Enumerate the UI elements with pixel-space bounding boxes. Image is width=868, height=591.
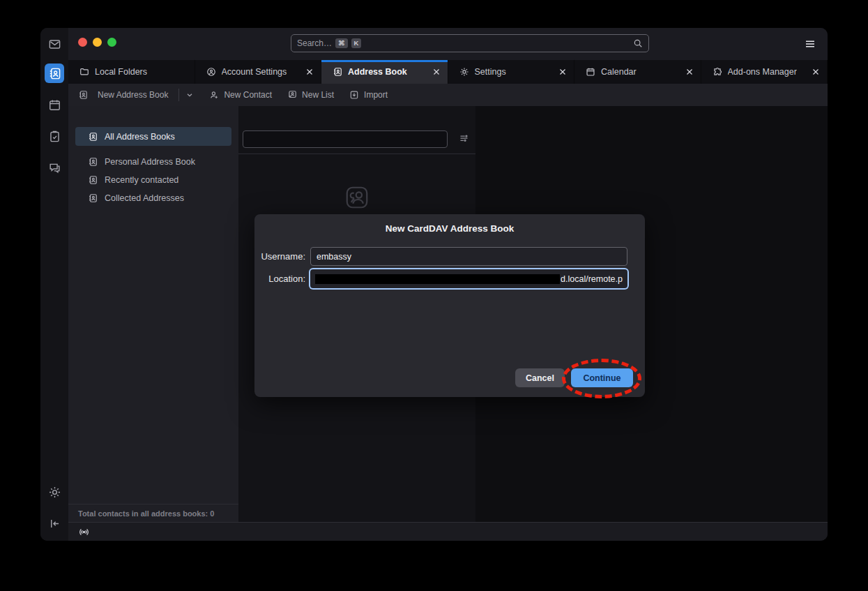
contacts-filter-input[interactable]	[243, 130, 448, 148]
new-list-label: New List	[302, 90, 334, 100]
address-book-icon	[333, 67, 342, 77]
divider	[238, 154, 475, 154]
redaction-bar	[315, 274, 560, 284]
hamburger-menu-icon	[804, 38, 816, 50]
tab-settings[interactable]: Settings	[448, 60, 575, 84]
space-address-book[interactable]	[45, 63, 64, 83]
status-bar	[68, 522, 828, 541]
tab-label: Local Folders	[95, 67, 147, 77]
tab-label: Account Settings	[222, 67, 287, 77]
list-item-label: All Address Books	[105, 132, 175, 142]
import-label: Import	[364, 90, 388, 100]
titlebar: Search… ⌘ K	[68, 28, 828, 60]
total-contacts-status: Total contacts in all address books: 0	[68, 504, 238, 522]
display-options-icon[interactable]	[459, 133, 469, 143]
list-item-all-address-books[interactable]: All Address Books	[75, 127, 231, 146]
account-settings-icon	[206, 67, 216, 77]
list-item-label: Personal Address Book	[105, 157, 195, 167]
new-carddav-dialog: New CardDAV Address Book Username: Locat…	[254, 214, 645, 397]
zoom-window-button[interactable]	[107, 38, 116, 47]
username-label: Username:	[254, 251, 310, 262]
address-book-list: All Address Books Personal Address Book …	[68, 106, 238, 207]
collapse-spaces-button[interactable]	[45, 514, 64, 533]
tasks-icon	[48, 130, 61, 143]
new-contact-icon	[209, 90, 219, 100]
traffic-lights	[78, 38, 116, 47]
search-icon	[633, 38, 643, 48]
cancel-button[interactable]: Cancel	[515, 368, 565, 387]
tab-label: Add-ons Manager	[728, 67, 797, 77]
tab-calendar[interactable]: Calendar	[574, 60, 701, 84]
space-chat[interactable]	[45, 158, 64, 177]
continue-button[interactable]: Continue	[571, 368, 633, 387]
new-contact-button[interactable]: New Contact	[209, 90, 272, 100]
address-book-toolbar: New Address Book New Contact New List	[68, 84, 828, 106]
contacts-empty-icon	[344, 184, 370, 211]
folder-icon	[79, 67, 89, 77]
new-address-book-button[interactable]: New Address Book	[78, 89, 194, 101]
chat-icon	[48, 161, 61, 174]
list-item-label: Collected Addresses	[105, 193, 184, 203]
app-menu-button[interactable]	[804, 38, 816, 50]
location-visible-text: d.local/remote.p	[561, 274, 623, 284]
space-tasks[interactable]	[45, 126, 64, 146]
global-search-field[interactable]: Search… ⌘ K	[291, 34, 649, 52]
tab-account-settings[interactable]: Account Settings	[195, 60, 322, 84]
location-label: Location:	[254, 274, 310, 284]
space-mail[interactable]	[45, 34, 64, 54]
search-placeholder: Search…	[297, 38, 332, 48]
tab-label: Address Book	[348, 67, 407, 77]
address-book-icon	[88, 193, 98, 203]
command-key-badge: ⌘	[335, 38, 348, 48]
k-key-badge: K	[351, 38, 362, 48]
tab-address-book[interactable]: Address Book	[321, 60, 448, 84]
minimize-window-button[interactable]	[93, 38, 102, 47]
calendar-icon	[48, 98, 61, 112]
collapse-icon	[48, 517, 61, 530]
list-item-personal-address-book[interactable]: Personal Address Book	[75, 153, 231, 171]
close-icon[interactable]	[305, 68, 314, 76]
tab-label: Settings	[475, 67, 506, 77]
space-settings[interactable]	[45, 482, 64, 502]
app-window: Search… ⌘ K Local Folders	[40, 28, 828, 541]
space-calendar[interactable]	[45, 95, 64, 114]
tab-bar: Local Folders Account Settings Address B…	[68, 60, 828, 84]
broadcast-icon[interactable]	[78, 526, 90, 538]
address-book-icon	[48, 67, 61, 80]
close-icon[interactable]	[685, 68, 694, 76]
chevron-down-icon[interactable]	[185, 91, 194, 99]
list-item-recently-contacted[interactable]: Recently contacted	[75, 171, 231, 189]
close-window-button[interactable]	[78, 38, 87, 47]
import-icon	[349, 90, 359, 100]
address-book-icon	[88, 132, 98, 142]
new-list-button[interactable]: New List	[287, 90, 334, 100]
close-icon[interactable]	[432, 68, 441, 76]
close-icon[interactable]	[812, 68, 820, 76]
location-field[interactable]: d.local/remote.p	[310, 269, 627, 288]
gear-icon	[459, 67, 469, 77]
spaces-toolbar	[40, 28, 68, 541]
divider	[178, 89, 179, 101]
address-books-pane: All Address Books Personal Address Book …	[68, 106, 238, 522]
new-contact-label: New Contact	[224, 90, 272, 100]
tab-addons-manager[interactable]: Add-ons Manager	[701, 60, 828, 84]
list-item-label: Recently contacted	[105, 175, 178, 185]
address-book-icon	[78, 90, 88, 100]
tab-local-folders[interactable]: Local Folders	[68, 60, 195, 84]
gear-icon	[48, 486, 61, 499]
tab-label: Calendar	[601, 67, 637, 77]
calendar-icon	[586, 67, 595, 77]
envelope-icon	[48, 38, 61, 51]
new-address-book-label: New Address Book	[98, 90, 168, 100]
address-book-icon	[88, 157, 98, 167]
address-book-icon	[88, 175, 98, 185]
dialog-title: New CardDAV Address Book	[254, 223, 645, 234]
close-icon[interactable]	[558, 68, 567, 76]
puzzle-icon	[713, 67, 722, 77]
new-list-icon	[287, 90, 297, 100]
list-item-collected-addresses[interactable]: Collected Addresses	[75, 189, 231, 207]
import-button[interactable]: Import	[349, 90, 388, 100]
username-field[interactable]	[310, 247, 627, 266]
